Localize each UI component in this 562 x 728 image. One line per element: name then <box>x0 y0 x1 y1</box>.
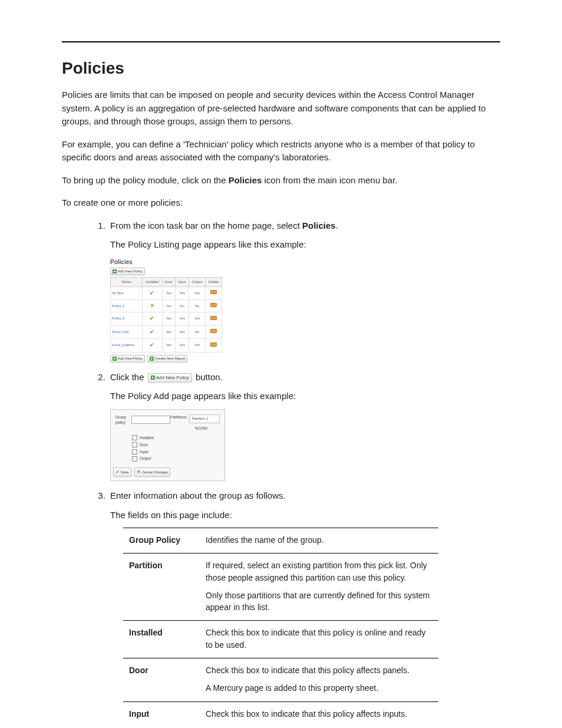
cell-delete[interactable] <box>206 339 222 353</box>
check-icon: ✔ <box>150 329 154 335</box>
inline-add-label: Add New Policy <box>156 374 189 381</box>
step2-post: button. <box>196 372 223 382</box>
step-3: Enter information about the group as fol… <box>108 489 500 728</box>
checkbox-icon <box>132 456 137 462</box>
step2-pre: Click the <box>110 372 147 382</box>
fields-table: Group PolicyIdentifies the name of the g… <box>123 528 438 728</box>
add-new-policy-button-bottom[interactable]: Add New Policy <box>110 355 145 363</box>
cell-installed: ✔ <box>143 325 163 339</box>
x-icon: ✖ <box>137 469 141 476</box>
delete-icon <box>210 303 217 307</box>
cell-input: Yes <box>176 286 189 300</box>
cell-output: Yes <box>189 339 205 353</box>
cell-delete[interactable] <box>206 325 222 339</box>
cell-door: Yes <box>162 325 175 339</box>
bring-up-post: icon from the main icon menu bar. <box>262 175 397 185</box>
field-row: Group PolicyIdentifies the name of the g… <box>123 528 438 554</box>
field-desc-cell: Check this box to indicate that this pol… <box>200 701 438 728</box>
step1-caption: The Policy Listing page appears like thi… <box>110 238 500 252</box>
partition-select[interactable]: Partition 1 <box>189 414 220 423</box>
field-desc: Check this box to indicate that this pol… <box>206 664 432 676</box>
cell-output: No <box>189 300 205 312</box>
checkbox-output[interactable]: Output <box>132 456 220 462</box>
check-icon: ✔ <box>115 469 120 476</box>
x-icon: ✖ <box>150 303 154 308</box>
field-desc-cell: Check this box to indicate that this pol… <box>200 658 438 702</box>
checkbox-installed[interactable]: Installed <box>132 435 220 441</box>
table-row: Show Only✔YesYesNo <box>111 325 222 339</box>
field-desc: If required, select an existing partitio… <box>206 559 432 584</box>
check-icon: ✔ <box>150 342 154 348</box>
cell-installed: ✔ <box>143 339 163 353</box>
page-title: Policies <box>62 59 500 78</box>
field-row: PartitionIf required, select an existing… <box>123 554 438 621</box>
step1-pre: From the icon task bar on the home page,… <box>110 220 302 230</box>
table-row: lozca_yolatren✔YesYesYes <box>111 339 222 353</box>
checkbox-label: Input <box>140 449 148 455</box>
footer-report-label: Create New Report <box>155 356 185 361</box>
policy-name-link[interactable]: Show Only <box>111 325 143 339</box>
footer-add-label: Add New Policy <box>118 356 143 361</box>
policy-listing-screenshot: Policies Add New Policy Name Installed D… <box>110 258 222 363</box>
field-desc: Check this box to indicate that this pol… <box>206 708 432 720</box>
field-desc: An input page is added to this property … <box>206 726 432 728</box>
checkbox-label: Output <box>140 456 151 462</box>
checkbox-icon <box>132 442 137 447</box>
save-label: Save <box>121 470 129 475</box>
col-door: Door <box>162 277 175 286</box>
check-icon: ✔ <box>150 315 154 321</box>
cell-output: Yes <box>189 312 205 326</box>
step2-caption: The Policy Add page appears like this ex… <box>110 390 500 403</box>
step-2: Click the Add New Policy button. The Pol… <box>108 371 500 482</box>
policy-listing-table: Name Installed Door Input Output Delete … <box>110 277 222 353</box>
create-new-report-button[interactable]: Create New Report <box>147 355 187 363</box>
policy-name-link[interactable]: lozca_yolatren <box>111 339 143 353</box>
add-new-policy-button-inline[interactable]: Add New Policy <box>148 373 192 383</box>
to-create-para: To create one or more policies: <box>62 196 500 210</box>
group-policy-label: Group policy: <box>115 414 129 426</box>
bring-up-para: To bring up the policy module, click on … <box>62 174 500 187</box>
plus-icon <box>113 357 117 361</box>
step1-post: . <box>336 220 338 230</box>
cell-delete[interactable] <box>206 286 222 300</box>
step3-text: Enter information about the group as fol… <box>110 490 286 500</box>
intro-para-1: Policies are limits that can be imposed … <box>62 88 500 129</box>
cell-installed: ✔ <box>143 312 163 326</box>
field-name: Partition <box>123 554 200 621</box>
cell-installed: ✔ <box>143 286 163 300</box>
plus-icon <box>150 357 154 361</box>
table-row: All Test✔YesYesYes <box>111 286 222 300</box>
checkbox-input[interactable]: Input <box>132 449 220 455</box>
cell-delete[interactable] <box>206 300 222 312</box>
delete-icon <box>210 316 217 320</box>
policy-add-screenshot: Group policy: Partitions: Partition 1 NO… <box>110 409 225 482</box>
checkbox-label: Door <box>140 442 148 448</box>
table-row: Policy 2✖YesNoNo <box>111 300 222 312</box>
field-desc-cell: Check this box to indicate that this pol… <box>200 621 438 658</box>
plus-icon <box>151 375 155 380</box>
policy-name-link[interactable]: All Test <box>111 286 143 300</box>
step1-bold: Policies <box>302 220 336 230</box>
policy-name-link[interactable]: Policy 3 <box>111 312 143 326</box>
checkbox-door[interactable]: Door <box>132 442 220 448</box>
cell-input: Yes <box>176 339 189 353</box>
field-row: InstalledCheck this box to indicate that… <box>123 621 438 658</box>
add-new-policy-label: Add New Policy <box>118 269 143 274</box>
field-desc: Only those partitions that are currently… <box>206 589 432 614</box>
cell-delete[interactable] <box>206 312 222 326</box>
cancel-changes-button[interactable]: ✖ Cancel Changes <box>134 467 170 477</box>
policy-name-link[interactable]: Policy 2 <box>111 300 143 312</box>
group-policy-input[interactable] <box>131 416 170 424</box>
step3-caption: The fields on this page include: <box>110 509 500 522</box>
field-name: Input <box>123 701 200 728</box>
partitions-label: Partitions: <box>170 414 187 420</box>
check-icon: ✔ <box>150 290 154 296</box>
field-desc-cell: If required, select an existing partitio… <box>200 554 438 621</box>
checkbox-icon <box>132 449 137 454</box>
save-button[interactable]: ✔ Save <box>113 467 131 477</box>
field-desc: A Mercury page is added to this property… <box>206 682 432 694</box>
cell-input: Yes <box>176 325 189 339</box>
col-input: Input <box>176 277 189 286</box>
col-delete: Delete <box>206 277 222 286</box>
add-new-policy-button-top[interactable]: Add New Policy <box>110 268 145 275</box>
